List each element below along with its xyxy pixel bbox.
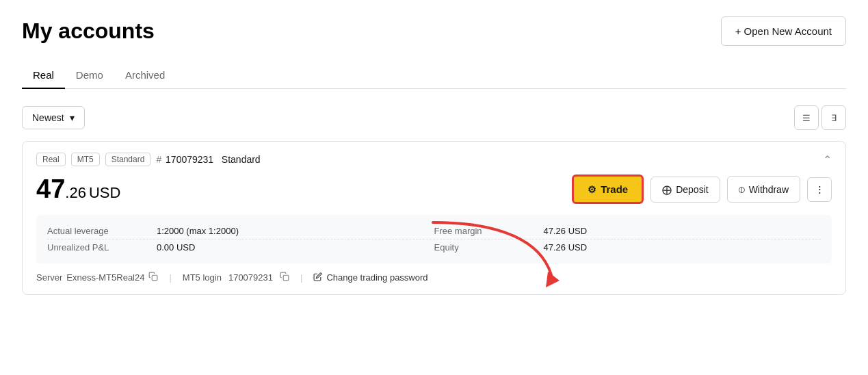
page-header: My accounts + Open New Account — [22, 16, 846, 46]
withdraw-label: Withdraw — [749, 184, 789, 195]
list-view-button[interactable]: ☰ — [794, 105, 819, 130]
server-label: Server — [36, 272, 62, 283]
more-options-button[interactable]: ⋮ — [807, 177, 832, 202]
card-footer: Server Exness-MT5Real24 | MT5 login 1700… — [36, 272, 832, 283]
free-margin-value: 47.26 USD — [544, 226, 588, 236]
withdraw-icon: ⦶ — [739, 183, 745, 195]
balance-currency: USD — [89, 184, 120, 201]
sort-chevron-icon: ▾ — [70, 112, 75, 123]
tag-standard: Standard — [105, 153, 151, 166]
login-value: 170079231 — [228, 272, 273, 283]
card-body: 47.26USD ⚙ Trade ⨁ Deposit ⦶ Withdraw — [36, 174, 832, 204]
deposit-icon: ⨁ — [662, 184, 672, 195]
sort-label: Newest — [32, 112, 64, 123]
server-value: Exness-MT5Real24 — [66, 272, 144, 283]
leverage-label: Actual leverage — [47, 226, 157, 236]
login-info: MT5 login 170079231 — [183, 272, 289, 283]
account-card: Real MT5 Standard # 170079231 Standard ⌃… — [22, 141, 846, 295]
login-label: MT5 login — [183, 272, 222, 283]
deposit-button[interactable]: ⨁ Deposit — [650, 177, 720, 203]
page-title: My accounts — [22, 18, 155, 44]
pencil-icon — [313, 272, 322, 283]
open-new-account-button[interactable]: + Open New Account — [721, 16, 846, 46]
account-number: 170079231 — [166, 154, 213, 165]
balance-whole: 47 — [36, 174, 65, 203]
details-row-pnl: Unrealized P&L 0.00 USD Equity 47.26 USD — [47, 240, 821, 255]
grid-icon: ∃ — [831, 113, 837, 123]
account-balance: 47.26USD — [36, 174, 120, 204]
list-icon: ☰ — [802, 113, 811, 123]
equity-label: Equity — [434, 242, 544, 253]
copy-login-icon[interactable] — [280, 272, 289, 283]
trade-button[interactable]: ⚙ Trade — [572, 174, 644, 204]
account-name: Standard — [222, 154, 261, 165]
tab-archived[interactable]: Archived — [114, 62, 176, 89]
filter-row: Newest ▾ ☰ ∃ — [22, 105, 846, 130]
unrealized-value: 0.00 USD — [157, 242, 195, 253]
deposit-label: Deposit — [676, 184, 708, 195]
card-tags: Real MT5 Standard # 170079231 Standard — [36, 153, 261, 166]
free-margin-label: Free margin — [434, 226, 544, 236]
change-password-label: Change trading password — [326, 272, 428, 283]
grid-view-button[interactable]: ∃ — [821, 105, 846, 130]
card-actions: ⚙ Trade ⨁ Deposit ⦶ Withdraw ⋮ — [572, 174, 832, 204]
account-id: # 170079231 Standard — [156, 154, 260, 165]
view-toggles: ☰ ∃ — [794, 105, 846, 130]
copy-server-icon[interactable] — [148, 272, 158, 283]
svg-rect-2 — [283, 275, 289, 281]
leverage-value: 1:2000 (max 1:2000) — [157, 226, 239, 236]
change-password-button[interactable]: Change trading password — [313, 272, 428, 283]
equity-value: 47.26 USD — [544, 242, 588, 253]
server-info: Server Exness-MT5Real24 — [36, 272, 158, 283]
details-row-leverage: Actual leverage 1:2000 (max 1:2000) Free… — [47, 223, 821, 240]
trade-label: Trade — [601, 183, 628, 195]
trade-icon: ⚙ — [588, 184, 596, 195]
collapse-button[interactable]: ⌃ — [823, 153, 832, 166]
sort-dropdown[interactable]: Newest ▾ — [22, 106, 85, 129]
card-header: Real MT5 Standard # 170079231 Standard ⌃ — [36, 153, 832, 166]
balance-cents: .26 — [65, 184, 86, 201]
tab-real[interactable]: Real — [22, 62, 65, 89]
tab-demo[interactable]: Demo — [65, 62, 114, 89]
account-details: Actual leverage 1:2000 (max 1:2000) Free… — [36, 215, 832, 263]
tag-mt5: MT5 — [71, 153, 100, 166]
more-icon: ⋮ — [815, 184, 824, 194]
tag-real: Real — [36, 153, 66, 166]
withdraw-button[interactable]: ⦶ Withdraw — [727, 176, 800, 203]
svg-rect-1 — [153, 275, 158, 281]
account-tabs: Real Demo Archived — [22, 62, 846, 89]
unrealized-label: Unrealized P&L — [47, 242, 157, 253]
